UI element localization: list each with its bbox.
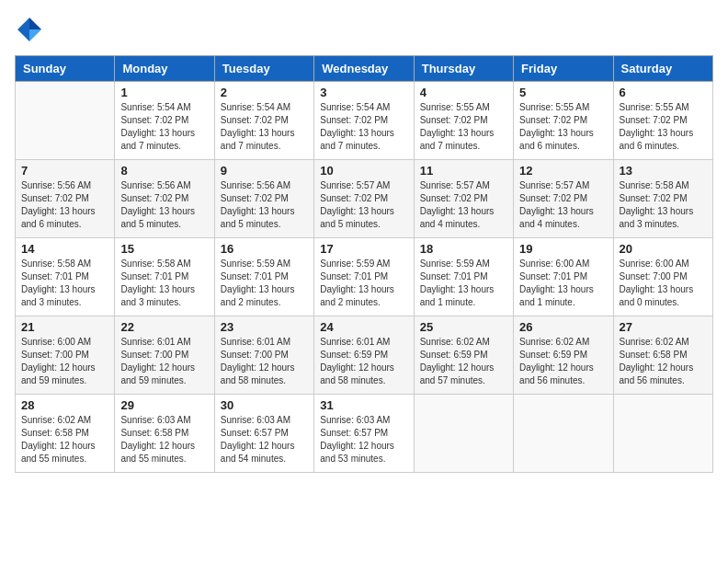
day-info: Sunrise: 5:57 AM Sunset: 7:02 PM Dayligh… (519, 179, 607, 231)
day-info: Sunrise: 5:54 AM Sunset: 7:02 PM Dayligh… (320, 101, 407, 153)
calendar-day-cell: 10Sunrise: 5:57 AM Sunset: 7:02 PM Dayli… (314, 160, 414, 238)
day-number: 2 (221, 86, 308, 99)
weekday-header-wednesday: Wednesday (314, 56, 414, 82)
day-info: Sunrise: 6:02 AM Sunset: 6:58 PM Dayligh… (21, 414, 108, 465)
day-number: 16 (221, 242, 308, 256)
calendar-day-cell: 5Sunrise: 5:55 AM Sunset: 7:02 PM Daylig… (514, 82, 613, 160)
calendar-day-cell: 1Sunrise: 5:54 AM Sunset: 7:02 PM Daylig… (115, 82, 214, 160)
day-number: 3 (320, 86, 407, 99)
day-info: Sunrise: 5:54 AM Sunset: 7:02 PM Dayligh… (221, 101, 308, 153)
day-number: 24 (320, 320, 407, 334)
day-number: 4 (420, 86, 507, 99)
calendar-day-cell (514, 395, 613, 473)
day-number: 21 (21, 320, 108, 334)
day-info: Sunrise: 6:01 AM Sunset: 7:00 PM Dayligh… (221, 336, 308, 387)
calendar-day-cell (613, 395, 712, 473)
day-info: Sunrise: 5:59 AM Sunset: 7:01 PM Dayligh… (320, 258, 407, 309)
day-number: 25 (420, 320, 507, 334)
svg-marker-2 (29, 29, 41, 41)
calendar-day-cell: 28Sunrise: 6:02 AM Sunset: 6:58 PM Dayli… (16, 395, 115, 473)
day-info: Sunrise: 5:55 AM Sunset: 7:02 PM Dayligh… (620, 101, 707, 153)
calendar-week-row: 14Sunrise: 5:58 AM Sunset: 7:01 PM Dayli… (16, 238, 713, 316)
calendar-day-cell: 26Sunrise: 6:02 AM Sunset: 6:59 PM Dayli… (514, 316, 613, 395)
day-number: 29 (120, 398, 208, 412)
calendar-day-cell: 20Sunrise: 6:00 AM Sunset: 7:00 PM Dayli… (613, 238, 712, 316)
day-number: 18 (420, 242, 507, 256)
calendar-day-cell: 9Sunrise: 5:56 AM Sunset: 7:02 PM Daylig… (214, 160, 313, 238)
calendar-week-row: 1Sunrise: 5:54 AM Sunset: 7:02 PM Daylig… (16, 82, 713, 160)
calendar-day-cell: 16Sunrise: 5:59 AM Sunset: 7:01 PM Dayli… (214, 238, 313, 316)
day-number: 15 (120, 242, 208, 256)
calendar-day-cell: 21Sunrise: 6:00 AM Sunset: 7:00 PM Dayli… (16, 316, 115, 395)
logo-icon (15, 15, 44, 44)
page-header (15, 15, 713, 44)
day-info: Sunrise: 5:58 AM Sunset: 7:01 PM Dayligh… (21, 258, 108, 309)
day-number: 7 (21, 164, 108, 178)
weekday-header-friday: Friday (514, 56, 613, 82)
calendar-day-cell: 8Sunrise: 5:56 AM Sunset: 7:02 PM Daylig… (115, 160, 214, 238)
day-info: Sunrise: 5:58 AM Sunset: 7:02 PM Dayligh… (620, 179, 707, 231)
day-number: 8 (120, 164, 208, 178)
calendar-day-cell: 12Sunrise: 5:57 AM Sunset: 7:02 PM Dayli… (514, 160, 613, 238)
calendar-day-cell: 13Sunrise: 5:58 AM Sunset: 7:02 PM Dayli… (613, 160, 712, 238)
day-number: 14 (21, 242, 108, 256)
day-info: Sunrise: 5:55 AM Sunset: 7:02 PM Dayligh… (519, 101, 607, 153)
calendar-day-cell: 27Sunrise: 6:02 AM Sunset: 6:58 PM Dayli… (613, 316, 712, 395)
calendar-day-cell: 4Sunrise: 5:55 AM Sunset: 7:02 PM Daylig… (414, 82, 513, 160)
day-info: Sunrise: 6:03 AM Sunset: 6:57 PM Dayligh… (221, 414, 308, 465)
day-number: 26 (519, 320, 607, 334)
calendar-day-cell: 29Sunrise: 6:03 AM Sunset: 6:58 PM Dayli… (115, 395, 214, 473)
day-number: 1 (120, 86, 208, 99)
calendar-day-cell: 14Sunrise: 5:58 AM Sunset: 7:01 PM Dayli… (16, 238, 115, 316)
day-info: Sunrise: 6:01 AM Sunset: 6:59 PM Dayligh… (320, 336, 407, 387)
logo (15, 15, 48, 44)
day-number: 17 (320, 242, 407, 256)
weekday-header-saturday: Saturday (613, 56, 712, 82)
day-info: Sunrise: 5:55 AM Sunset: 7:02 PM Dayligh… (420, 101, 507, 153)
calendar-week-row: 7Sunrise: 5:56 AM Sunset: 7:02 PM Daylig… (16, 160, 713, 238)
day-info: Sunrise: 6:03 AM Sunset: 6:57 PM Dayligh… (320, 414, 407, 465)
calendar-day-cell: 15Sunrise: 5:58 AM Sunset: 7:01 PM Dayli… (115, 238, 214, 316)
day-number: 30 (221, 398, 308, 412)
day-number: 23 (221, 320, 308, 334)
calendar-day-cell: 24Sunrise: 6:01 AM Sunset: 6:59 PM Dayli… (314, 316, 414, 395)
calendar-day-cell (16, 82, 115, 160)
day-info: Sunrise: 6:00 AM Sunset: 7:00 PM Dayligh… (21, 336, 108, 387)
day-info: Sunrise: 6:01 AM Sunset: 7:00 PM Dayligh… (120, 336, 208, 387)
calendar-day-cell: 17Sunrise: 5:59 AM Sunset: 7:01 PM Dayli… (314, 238, 414, 316)
day-info: Sunrise: 5:59 AM Sunset: 7:01 PM Dayligh… (221, 258, 308, 309)
calendar-day-cell (414, 395, 513, 473)
day-info: Sunrise: 5:59 AM Sunset: 7:01 PM Dayligh… (420, 258, 507, 309)
day-number: 31 (320, 398, 407, 412)
weekday-header-thursday: Thursday (414, 56, 513, 82)
weekday-header-monday: Monday (115, 56, 214, 82)
calendar-day-cell: 30Sunrise: 6:03 AM Sunset: 6:57 PM Dayli… (214, 395, 313, 473)
day-number: 13 (620, 164, 707, 178)
day-info: Sunrise: 5:56 AM Sunset: 7:02 PM Dayligh… (221, 179, 308, 231)
calendar-day-cell: 7Sunrise: 5:56 AM Sunset: 7:02 PM Daylig… (16, 160, 115, 238)
day-info: Sunrise: 6:00 AM Sunset: 7:01 PM Dayligh… (519, 258, 607, 309)
calendar-day-cell: 18Sunrise: 5:59 AM Sunset: 7:01 PM Dayli… (414, 238, 513, 316)
calendar-day-cell: 3Sunrise: 5:54 AM Sunset: 7:02 PM Daylig… (314, 82, 414, 160)
weekday-header-sunday: Sunday (16, 56, 115, 82)
day-number: 11 (420, 164, 507, 178)
day-number: 5 (519, 86, 607, 99)
calendar-table: SundayMondayTuesdayWednesdayThursdayFrid… (15, 55, 713, 473)
day-info: Sunrise: 5:56 AM Sunset: 7:02 PM Dayligh… (120, 179, 208, 231)
day-info: Sunrise: 5:57 AM Sunset: 7:02 PM Dayligh… (320, 179, 407, 231)
calendar-day-cell: 6Sunrise: 5:55 AM Sunset: 7:02 PM Daylig… (613, 82, 712, 160)
calendar-day-cell: 25Sunrise: 6:02 AM Sunset: 6:59 PM Dayli… (414, 316, 513, 395)
calendar-week-row: 21Sunrise: 6:00 AM Sunset: 7:00 PM Dayli… (16, 316, 713, 395)
calendar-day-cell: 2Sunrise: 5:54 AM Sunset: 7:02 PM Daylig… (214, 82, 313, 160)
day-number: 28 (21, 398, 108, 412)
day-info: Sunrise: 6:02 AM Sunset: 6:58 PM Dayligh… (620, 336, 707, 387)
day-number: 9 (221, 164, 308, 178)
day-info: Sunrise: 6:00 AM Sunset: 7:00 PM Dayligh… (620, 258, 707, 309)
calendar-day-cell: 23Sunrise: 6:01 AM Sunset: 7:00 PM Dayli… (214, 316, 313, 395)
day-number: 27 (620, 320, 707, 334)
day-info: Sunrise: 5:57 AM Sunset: 7:02 PM Dayligh… (420, 179, 507, 231)
calendar-day-cell: 22Sunrise: 6:01 AM Sunset: 7:00 PM Dayli… (115, 316, 214, 395)
day-number: 20 (620, 242, 707, 256)
day-info: Sunrise: 6:02 AM Sunset: 6:59 PM Dayligh… (420, 336, 507, 387)
weekday-header-tuesday: Tuesday (214, 56, 313, 82)
